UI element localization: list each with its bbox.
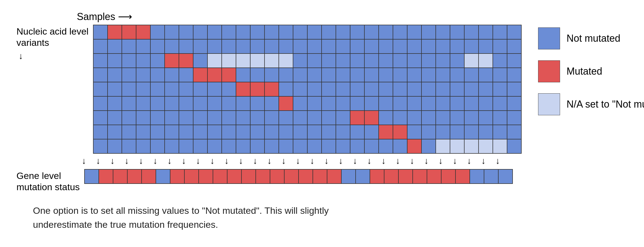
nucleic-cell-6-8 [207,111,222,125]
nucleic-cell-4-6 [179,82,193,96]
nucleic-row-3 [93,68,521,82]
nucleic-cell-4-5 [165,82,179,96]
nucleic-cell-6-20 [379,111,393,125]
nucleic-cell-0-17 [336,25,350,39]
nucleic-row-0 [93,25,521,39]
nucleic-cell-7-4 [150,125,165,139]
nucleic-cell-1-4 [150,39,165,54]
nucleic-cell-8-26 [464,139,479,153]
nucleic-cell-0-18 [350,25,364,39]
nucleic-cell-4-19 [364,82,379,96]
nucleic-cell-3-13 [279,68,293,82]
down-arrow-22: ↓ [391,155,405,166]
down-arrow-6: ↓ [162,155,177,166]
nucleic-cell-7-7 [193,125,207,139]
nucleic-cell-2-16 [322,54,336,68]
nucleic-cell-4-29 [507,82,521,96]
nucleic-cell-0-7 [193,25,207,39]
nucleic-cell-8-1 [108,139,122,153]
nucleic-row-1 [93,39,521,54]
nucleic-cell-2-24 [436,54,450,68]
nucleic-cell-0-19 [364,25,379,39]
nucleic-cell-5-29 [507,96,521,111]
nucleic-cell-5-23 [421,96,436,111]
gene-cell-8 [199,169,213,184]
nucleic-cell-3-15 [307,68,322,82]
down-arrow-20: ↓ [362,155,376,166]
gene-cell-0 [85,169,99,184]
nucleic-cell-2-20 [379,54,393,68]
description-line1: One option is to set all missing values … [33,204,362,218]
nucleic-cell-8-18 [350,139,364,153]
nucleic-cell-7-8 [207,125,222,139]
gene-level-area: Gene level mutation status [16,169,522,193]
nucleic-cell-1-26 [464,39,479,54]
nucleic-cell-2-22 [407,54,421,68]
nucleic-cell-5-24 [436,96,450,111]
nucleic-cell-8-9 [222,139,236,153]
gene-cell-6 [170,169,184,184]
nucleic-cell-3-1 [108,68,122,82]
nucleic-cell-4-8 [207,82,222,96]
nucleic-cell-4-21 [393,82,407,96]
nucleic-cell-2-15 [307,54,322,68]
nucleic-cell-2-25 [450,54,464,68]
nucleic-cell-0-28 [493,25,507,39]
down-arrow-14: ↓ [277,155,291,166]
nucleic-cell-3-17 [336,68,350,82]
nucleic-cell-4-3 [136,82,150,96]
nucleic-cell-4-28 [493,82,507,96]
nucleic-cell-2-19 [364,54,379,68]
nucleic-cell-3-19 [364,68,379,82]
nucleic-cell-0-1 [108,25,122,39]
nucleic-cell-3-9 [222,68,236,82]
nucleic-cell-1-22 [407,39,421,54]
nucleic-cell-6-11 [250,111,265,125]
gene-cell-25 [441,169,455,184]
nucleic-row-6 [93,111,521,125]
legend: Not mutatedMutatedN/A set to "Not mutate… [538,27,644,236]
down-arrow-17: ↓ [319,155,334,166]
down-arrow-26: ↓ [448,155,462,166]
nucleic-cell-2-12 [265,54,279,68]
nucleic-cell-4-10 [236,82,250,96]
gene-label-line1: Gene level [16,170,80,181]
nucleic-cell-1-28 [493,39,507,54]
gene-cell-9 [213,169,227,184]
nucleic-cell-3-14 [293,68,307,82]
nucleic-cell-0-24 [436,25,450,39]
nucleic-cell-0-0 [93,25,108,39]
nucleic-cell-4-18 [350,82,364,96]
gene-cell-27 [470,169,484,184]
nucleic-cell-1-10 [236,39,250,54]
nucleic-cell-5-26 [464,96,479,111]
nucleic-cell-8-5 [165,139,179,153]
nucleic-cell-1-23 [421,39,436,54]
gene-cell-18 [341,169,356,184]
gene-cell-19 [356,169,370,184]
nucleic-cell-4-12 [265,82,279,96]
nucleic-cell-0-10 [236,25,250,39]
nucleic-cell-3-24 [436,68,450,82]
nucleic-cell-7-1 [108,125,122,139]
nucleic-cell-2-9 [222,54,236,68]
nucleic-cell-1-0 [93,39,108,54]
down-arrows-row: ↓↓↓↓↓↓↓↓↓↓↓↓↓↓↓↓↓↓↓↓↓↓↓↓↓↓↓↓↓↓ [77,155,522,166]
nucleic-cell-3-5 [165,68,179,82]
nucleic-cell-4-22 [407,82,421,96]
nucleic-cell-3-28 [493,68,507,82]
gene-cell-21 [384,169,398,184]
nucleic-cell-0-15 [307,25,322,39]
nucleic-cell-6-27 [479,111,493,125]
nucleic-cell-7-22 [407,125,421,139]
down-arrow-3: ↓ [120,155,134,166]
down-arrow-18: ↓ [334,155,348,166]
gene-cell-17 [327,169,341,184]
gene-cell-1 [99,169,113,184]
nucleic-cell-0-27 [479,25,493,39]
nucleic-cell-7-3 [136,125,150,139]
nucleic-cell-4-11 [250,82,265,96]
nucleic-cell-5-2 [122,96,136,111]
nucleic-cell-0-4 [150,25,165,39]
nucleic-cell-8-4 [150,139,165,153]
